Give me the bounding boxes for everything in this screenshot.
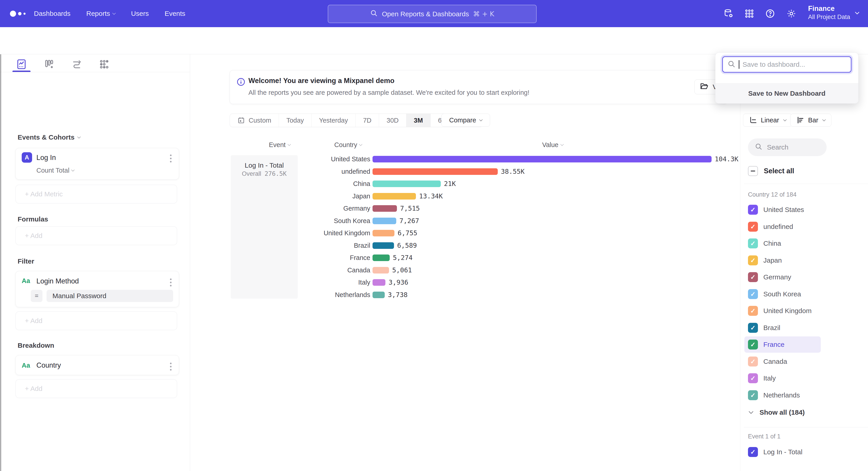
country-filter-netherlands[interactable]: ✓Netherlands bbox=[744, 387, 821, 403]
date-range-30d[interactable]: 30D bbox=[379, 114, 406, 127]
bar-germany[interactable] bbox=[373, 205, 397, 212]
tab-insights[interactable] bbox=[12, 57, 31, 71]
bar-value-label: 3,738 bbox=[388, 291, 408, 299]
country-filter-china[interactable]: ✓China bbox=[744, 235, 821, 252]
bar-united-states[interactable] bbox=[373, 156, 712, 163]
bar-united-kingdom[interactable] bbox=[373, 230, 395, 236]
search-placeholder: Search bbox=[767, 143, 788, 151]
value-column-header[interactable]: Value bbox=[527, 141, 579, 149]
save-to-dashboard-input[interactable]: Save to dashboard... bbox=[722, 56, 851, 72]
events-cohorts-heading[interactable]: Events & Cohorts bbox=[18, 134, 80, 141]
tab-flows[interactable] bbox=[68, 57, 86, 71]
country-count-label: Country 12 of 184 bbox=[748, 191, 797, 198]
event-column-header[interactable]: Event bbox=[254, 141, 306, 149]
banner-title: Welcome! You are viewing a Mixpanel demo bbox=[248, 77, 395, 85]
project-selector[interactable]: Finance All Project Data bbox=[808, 4, 850, 21]
event-series-checkbox[interactable]: ✓ Log In - Total bbox=[748, 447, 802, 457]
chart-row-netherlands: Netherlands3,738 bbox=[0, 291, 737, 298]
country-filter-italy[interactable]: ✓Italy bbox=[744, 370, 821, 386]
bar-japan[interactable] bbox=[373, 193, 416, 200]
nav-item-events[interactable]: Events bbox=[164, 10, 185, 18]
compare-button[interactable]: Compare bbox=[441, 114, 490, 127]
mixpanel-logo[interactable] bbox=[10, 9, 30, 18]
country-filter-japan[interactable]: ✓Japan bbox=[744, 252, 821, 268]
bar-china[interactable] bbox=[373, 180, 441, 187]
nav-item-reports[interactable]: Reports bbox=[86, 10, 115, 18]
chart-row-italy: Italy3,936 bbox=[0, 279, 737, 286]
date-range-3m[interactable]: 3M bbox=[406, 114, 431, 127]
chart-row-south-korea: South Korea7,267 bbox=[0, 217, 737, 224]
search-placeholder: Open Reports & Dashboards bbox=[382, 10, 469, 18]
date-range-yesterday[interactable]: Yesterday bbox=[311, 114, 355, 127]
date-range-today[interactable]: Today bbox=[279, 114, 311, 127]
chart-row-france: France5,274 bbox=[0, 254, 737, 261]
checked-checkbox-icon: ✓ bbox=[748, 356, 758, 366]
view-button-label: Bar bbox=[808, 117, 818, 124]
country-filter-united-kingdom[interactable]: ✓United Kingdom bbox=[744, 303, 821, 319]
country-filter-brazil[interactable]: ✓Brazil bbox=[744, 320, 821, 336]
tab-retention[interactable] bbox=[95, 57, 113, 71]
bar-value-label: 6,755 bbox=[398, 229, 417, 237]
bar-italy[interactable] bbox=[373, 279, 385, 286]
country-filter-germany[interactable]: ✓Germany bbox=[744, 269, 821, 285]
tabs-divider bbox=[0, 72, 190, 72]
chart-type-selector[interactable]: Bar bbox=[790, 114, 831, 127]
chart-row-undefined: undefined38.55K bbox=[0, 168, 737, 175]
search-icon bbox=[727, 60, 736, 69]
chevron-down-icon bbox=[783, 118, 786, 121]
country-filter-label: South Korea bbox=[763, 290, 801, 298]
chart-row-canada: Canada5,061 bbox=[0, 267, 737, 273]
checked-checkbox-icon: ✓ bbox=[748, 373, 758, 383]
panel-divider bbox=[744, 184, 868, 184]
bar-netherlands[interactable] bbox=[373, 292, 385, 298]
apps-grid-icon[interactable] bbox=[744, 8, 754, 19]
date-range-label: 7D bbox=[363, 117, 371, 124]
country-filter-undefined[interactable]: ✓undefined bbox=[744, 218, 821, 235]
add-breakdown-button[interactable]: + Add bbox=[16, 379, 177, 398]
project-name: Finance bbox=[808, 4, 850, 13]
global-search-button[interactable]: Open Reports & Dashboards ⌘ + K bbox=[328, 5, 537, 23]
country-filter-south-korea[interactable]: ✓South Korea bbox=[744, 286, 821, 302]
left-edge-shadow bbox=[0, 54, 2, 471]
bar-undefined[interactable] bbox=[373, 168, 498, 175]
chart-row-united-kingdom: United Kingdom6,755 bbox=[0, 230, 737, 236]
checked-checkbox-icon: ✓ bbox=[748, 238, 758, 248]
date-range-7d[interactable]: 7D bbox=[355, 114, 379, 127]
data-management-icon[interactable] bbox=[723, 8, 734, 19]
bar-brazil[interactable] bbox=[373, 242, 394, 249]
help-icon[interactable] bbox=[765, 8, 775, 19]
country-filter-france[interactable]: ✓France bbox=[744, 336, 821, 353]
country-column-header[interactable]: Country bbox=[322, 141, 374, 149]
date-range-custom[interactable]: Custom bbox=[230, 114, 279, 127]
settings-gear-icon[interactable] bbox=[786, 8, 797, 19]
save-to-new-dashboard-button[interactable]: Save to New Dashboard bbox=[715, 83, 858, 104]
tab-funnels[interactable] bbox=[40, 57, 58, 71]
country-filter-label: United Kingdom bbox=[763, 307, 811, 315]
report-type-tabs bbox=[12, 57, 113, 71]
value-scale-selector[interactable]: Linear bbox=[743, 114, 792, 127]
project-chevron-down-icon[interactable] bbox=[855, 10, 860, 14]
breakdown-kebab-menu[interactable] bbox=[168, 361, 173, 372]
info-icon bbox=[236, 77, 246, 88]
breakdown-card-country[interactable]: Aa Country bbox=[16, 355, 179, 375]
nav-item-users[interactable]: Users bbox=[131, 10, 149, 18]
country-filter-label: Netherlands bbox=[763, 391, 800, 399]
bar-france[interactable] bbox=[373, 255, 390, 261]
bar-south-korea[interactable] bbox=[373, 217, 396, 224]
select-all-checkbox[interactable]: Select all bbox=[748, 166, 794, 176]
series-search-input[interactable]: Search bbox=[748, 139, 827, 156]
checked-checkbox-icon: ✓ bbox=[748, 289, 758, 299]
nav-item-label: Reports bbox=[86, 10, 110, 18]
top-nav: DashboardsReportsUsersEvents Open Report… bbox=[0, 0, 868, 27]
country-filter-united-states[interactable]: ✓United States bbox=[744, 202, 821, 218]
date-range-label: Custom bbox=[249, 117, 271, 124]
nav-item-label: Events bbox=[164, 10, 185, 18]
nav-item-dashboards[interactable]: Dashboards bbox=[34, 10, 70, 18]
country-filter-label: United States bbox=[763, 206, 804, 213]
country-filter-canada[interactable]: ✓Canada bbox=[744, 353, 821, 370]
show-all-toggle[interactable]: Show all (184) bbox=[749, 406, 805, 418]
bar-canada[interactable] bbox=[373, 267, 389, 273]
add-filter-button[interactable]: + Add bbox=[16, 311, 177, 330]
breakdown-property[interactable]: Country bbox=[36, 361, 61, 370]
bar-category-label: undefined bbox=[0, 168, 370, 175]
